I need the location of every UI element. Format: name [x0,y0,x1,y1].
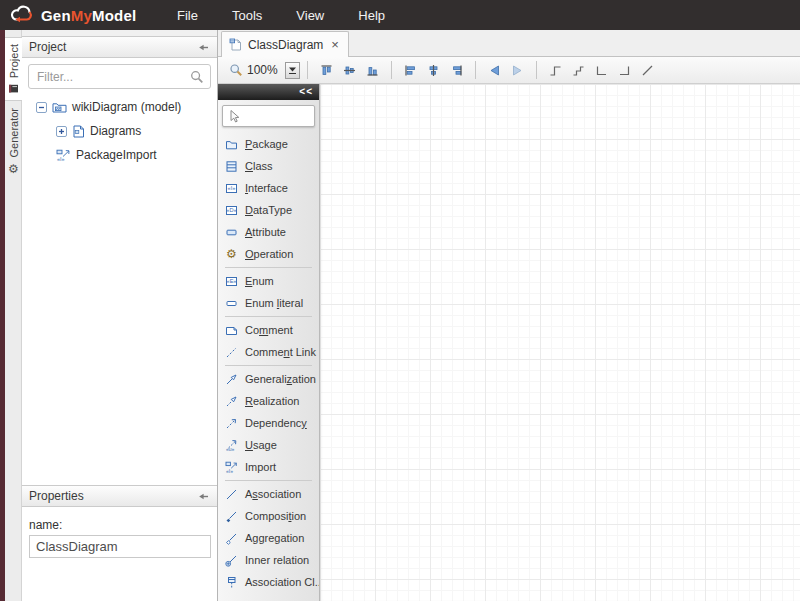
flip-left-icon [488,64,501,77]
svg-text:«D»: «D» [226,207,236,213]
left-column: Project [22,30,218,601]
palette-item-interface[interactable]: «I» Interface [218,177,319,199]
palette-item-aggregation[interactable]: Aggregation [218,527,319,549]
toolbar-separator [475,61,476,79]
svg-text:«I»: «I» [57,156,65,162]
genmymodel-logo[interactable]: GenMyModel [0,5,148,26]
connector-corner-left-button[interactable] [590,59,613,81]
connector-stairs-button[interactable] [567,59,590,81]
align-right-button[interactable] [445,59,468,81]
connector-step-icon [549,64,562,77]
align-middle-icon [343,64,356,77]
realization-icon [225,395,238,408]
palette-item-dependency[interactable]: Dependency [218,412,319,434]
palette-separator [225,365,312,366]
align-bottom-button[interactable] [361,59,384,81]
align-top-button[interactable] [315,59,338,81]
connector-corner-right-button[interactable] [613,59,636,81]
project-panel-header: Project [22,36,217,58]
collapse-left-icon[interactable] [197,41,210,54]
collapse-left-icon[interactable] [197,490,210,503]
tab-classdiagram[interactable]: ClassDiagram × [221,31,349,57]
palette-item-class[interactable]: Class [218,155,319,177]
palette-item-association[interactable]: Association [218,483,319,505]
svg-text:«u»: «u» [226,446,235,452]
logo-text: GenMyModel [41,7,136,24]
align-middle-button[interactable] [338,59,361,81]
diagram-canvas[interactable] [320,84,800,601]
gear-icon: ⚙ [225,248,238,260]
palette-item-generalization[interactable]: Generalization [218,368,319,390]
datatype-icon: «D» [225,204,238,217]
flip-right-button[interactable] [506,59,529,81]
align-left-button[interactable] [399,59,422,81]
connector-diagonal-button[interactable] [636,59,659,81]
usage-icon: «u» [225,439,238,452]
palette-separator [225,480,312,481]
menu-tools[interactable]: Tools [215,2,279,29]
interface-icon: «I» [225,182,238,195]
palette-item-import[interactable]: «I» Import [218,456,319,478]
top-menu-bar: GenMyModel File Tools View Help [0,0,800,30]
side-tab-project[interactable]: Project [5,37,22,101]
association-icon [225,488,238,501]
attribute-icon [225,226,238,239]
tree-item-label: Diagrams [90,124,141,138]
connector-corner-right-icon [618,64,631,77]
zoom-icon [229,63,243,77]
palette-item-usage[interactable]: «u» Usage [218,434,319,456]
menu-file[interactable]: File [160,2,215,29]
menu-bar: File Tools View Help [160,2,402,29]
flip-left-button[interactable] [483,59,506,81]
class-icon [225,160,238,173]
package-import-icon: «I» [56,149,71,162]
selection-tool[interactable] [222,105,315,127]
editor-tab-bar: ClassDiagram × [218,30,800,57]
cloud-logo-icon [9,5,36,26]
palette-item-realization[interactable]: Realization [218,390,319,412]
palette-item-association-class[interactable]: Association Cl... [218,571,319,593]
palette-item-attribute[interactable]: Attribute [218,221,319,243]
palette-item-composition[interactable]: Composition [218,505,319,527]
dropdown-arrow-icon [288,66,297,75]
editor-toolbar: 100% [218,57,800,84]
enum-literal-icon [225,297,238,310]
tree-item-packageimport[interactable]: «I» PackageImport [22,143,217,167]
palette-item-comment[interactable]: Comment [218,319,319,341]
side-tab-generator[interactable]: Generator ⚙ [5,101,22,181]
palette-item-datatype[interactable]: «D» DataType [218,199,319,221]
tree-item-wikidiagram[interactable]: wikiDiagram (model) [22,95,217,119]
palette-collapse-button[interactable]: << [299,87,313,97]
association-class-icon [225,576,238,589]
align-left-icon [404,64,417,77]
import-icon: «I» [225,461,238,474]
menu-help[interactable]: Help [341,2,402,29]
connector-step-button[interactable] [544,59,567,81]
palette-item-inner-relation[interactable]: Inner relation [218,549,319,571]
project-panel-title: Project [29,40,66,54]
svg-text:«E»: «E» [227,278,237,284]
zoom-dropdown-button[interactable] [285,62,300,79]
expand-plus-icon[interactable] [56,126,67,137]
menu-view[interactable]: View [279,2,341,29]
toolbar-separator [536,61,537,79]
palette-items: Package Class «I» [218,132,319,601]
filter-row [22,58,217,95]
palette-item-package[interactable]: Package [218,133,319,155]
zoom-control: 100% [229,62,300,79]
aggregation-icon [225,532,238,545]
connector-stairs-icon [572,64,585,77]
filter-input[interactable] [28,64,211,89]
book-icon [8,83,19,94]
palette-item-enum[interactable]: «E» Enum [218,270,319,292]
palette-item-enum-literal[interactable]: Enum literal [218,292,319,314]
model-folder-icon [52,101,67,114]
name-input[interactable] [29,535,211,558]
collapse-minus-icon[interactable] [36,102,47,113]
palette-item-operation[interactable]: ⚙ Operation [218,243,319,265]
tab-close-icon[interactable]: × [331,38,339,51]
align-center-button[interactable] [422,59,445,81]
palette-item-comment-link[interactable]: Comment Link [218,341,319,363]
diagram-tab-icon [229,38,242,51]
tree-item-diagrams[interactable]: Diagrams [22,119,217,143]
